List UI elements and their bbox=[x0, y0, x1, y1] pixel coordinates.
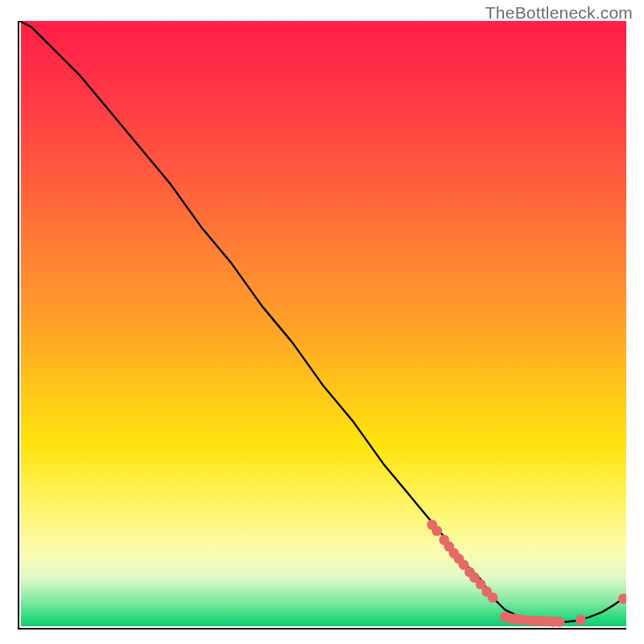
watermark-text: TheBottleneck.com bbox=[485, 3, 633, 23]
bottleneck-curve bbox=[19, 21, 626, 621]
plot-frame bbox=[18, 21, 626, 630]
data-marker bbox=[488, 592, 498, 603]
plot-svg bbox=[19, 21, 626, 628]
chart-container: TheBottleneck.com bbox=[0, 0, 644, 644]
data-marker bbox=[431, 526, 442, 536]
data-marker bbox=[576, 615, 586, 625]
markers-group bbox=[427, 519, 626, 626]
data-marker bbox=[555, 617, 565, 627]
